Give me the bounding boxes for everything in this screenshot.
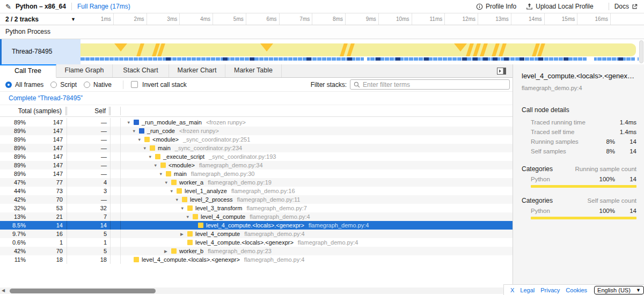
upload-profile-button[interactable]: Upload Local Profile — [526, 3, 593, 10]
scrollbar-thumb[interactable] — [10, 289, 156, 293]
expander-icon[interactable]: ▼ — [170, 187, 177, 195]
tab-bar-spacer — [282, 64, 490, 77]
table-row[interactable]: 89%147—▼main_sync_coordinator.py:234 — [0, 144, 513, 152]
sidebar-toggle-button[interactable] — [490, 64, 513, 77]
expander-icon[interactable]: ▼ — [175, 196, 182, 204]
cell-total-percent: 11% — [0, 255, 26, 264]
table-row[interactable]: 89%147—▼_run_module_as_main<frozen runpy… — [0, 118, 513, 127]
function-name: level_4_compute.<locals>.<genexpr> — [206, 222, 304, 228]
thread-track-label[interactable]: Thread-78495 — [0, 39, 80, 64]
cell-total-percent: 89% — [0, 144, 26, 152]
detail-value: 14 — [615, 148, 636, 154]
radio-option-native[interactable]: Native — [84, 81, 112, 88]
function-file: flamegraph_demo.py:23 — [208, 248, 272, 254]
column-header-self[interactable]: Self — [67, 107, 111, 115]
scroll-left-arrow-icon[interactable]: ◀ — [2, 287, 5, 294]
expander-icon[interactable]: ▼ — [180, 204, 187, 212]
tab-flame-graph[interactable]: Flame Graph — [56, 64, 113, 77]
cell-total-samples: 70 — [26, 247, 67, 255]
footer-link-cookies[interactable]: Cookies — [566, 287, 587, 293]
cell-function: ▼_execute_script_sync_coordinator.py:193 — [121, 152, 513, 161]
cell-self-samples: — — [67, 169, 111, 178]
expander-icon[interactable]: ▼ — [164, 179, 171, 187]
sample-strip-dark-segment — [519, 57, 524, 61]
category-name: Python — [522, 176, 590, 182]
horizontal-scrollbar[interactable]: ◀ — [0, 287, 503, 294]
function-file: <frozen runpy> — [206, 119, 246, 126]
filter-search-input[interactable] — [363, 81, 506, 88]
table-row[interactable]: 11%1818level_4_compute.<locals>.<genexpr… — [0, 255, 513, 264]
expander-icon[interactable]: ▼ — [186, 213, 193, 221]
tab-marker-chart[interactable]: Marker Chart — [169, 64, 225, 77]
expander-icon[interactable]: ▶ — [180, 230, 187, 238]
cell-spacer — [111, 195, 121, 204]
table-row[interactable]: 89%147—▼<module>flamegraph_demo.py:34 — [0, 161, 513, 169]
process-track-row[interactable]: Python Process — [0, 25, 644, 39]
table-row[interactable]: 47%774▼worker_aflamegraph_demo.py:19 — [0, 178, 513, 187]
cell-spacer — [111, 169, 121, 178]
cell-self-samples: 18 — [67, 255, 111, 264]
radio-option-script[interactable]: Script — [50, 81, 77, 88]
expander-icon[interactable]: ▶ — [164, 247, 171, 255]
footer-link-privacy[interactable]: Privacy — [540, 287, 560, 293]
table-row[interactable]: 44%733▼level_1_analyzeflamegraph_demo.py… — [0, 187, 513, 195]
activity-graph[interactable] — [80, 43, 636, 56]
cell-total-percent: 42% — [0, 195, 26, 204]
radio-label: Native — [93, 81, 112, 88]
table-row[interactable]: 89%147—▼_run_code<frozen runpy> — [0, 127, 513, 135]
ruler-tick: 15ms — [545, 13, 578, 25]
cell-total-samples: 73 — [26, 187, 67, 195]
table-row[interactable]: 89%147—▼mainflamegraph_demo.py:30 — [0, 169, 513, 178]
activity-mark — [114, 43, 127, 51]
table-row[interactable]: 89%147—▼_execute_script_sync_coordinator… — [0, 152, 513, 161]
sidebar-details: Traced running time1.4msTraced self time… — [522, 117, 636, 156]
edit-pencil-icon[interactable]: ✎ — [5, 3, 11, 11]
sample-strip-dark-segment — [396, 57, 400, 61]
profile-info-button[interactable]: Profile Info — [476, 3, 516, 10]
sample-strip-gap — [364, 57, 367, 61]
invert-call-stack-checkbox[interactable]: Invert call stack — [131, 81, 187, 88]
tracks-dropdown[interactable]: 2 / 2 tracks ▼ — [0, 13, 80, 25]
expander-icon[interactable]: ▼ — [148, 153, 155, 161]
cell-total-percent: 89% — [0, 161, 26, 169]
docs-link[interactable]: Docs — [614, 3, 638, 10]
expander-icon[interactable]: ▼ — [153, 161, 160, 169]
footer-links: XLegalPrivacyCookies — [510, 287, 587, 293]
table-row[interactable]: 8.5%1414level_4_compute.<locals>.<genexp… — [0, 221, 513, 230]
footer-link-legal[interactable]: Legal — [520, 287, 535, 293]
tab-stack-chart[interactable]: Stack Chart — [113, 64, 169, 77]
tab-call-tree[interactable]: Call Tree — [0, 64, 56, 78]
table-row[interactable]: 42%70—▼level_2_processflamegraph_demo.py… — [0, 195, 513, 204]
table-row[interactable]: 89%147—▼<module>_sync_coordinator.py:251 — [0, 135, 513, 144]
track-vertical-scrollbar[interactable] — [639, 40, 643, 63]
ruler-tick: 12ms — [445, 13, 478, 25]
cell-self-samples: 5 — [67, 247, 111, 255]
table-row[interactable]: 0.6%11level_4_compute.<locals>.<genexpr>… — [0, 238, 513, 247]
function-name: level_4_compute — [201, 213, 245, 220]
expander-icon[interactable]: ▼ — [127, 119, 134, 127]
expander-icon[interactable]: ▼ — [143, 144, 150, 152]
expander-icon[interactable]: ▼ — [132, 127, 139, 135]
radio-option-all-frames[interactable]: All frames — [5, 81, 43, 88]
expander-icon[interactable]: ▼ — [159, 170, 166, 178]
table-row[interactable]: 9.7%165▶level_4_computeflamegraph_demo.p… — [0, 230, 513, 238]
sample-strip[interactable] — [80, 57, 639, 61]
sample-strip-dark-segment — [424, 57, 429, 61]
table-row[interactable]: 42%705▶worker_bflamegraph_demo.py:23 — [0, 247, 513, 255]
tab-marker-table[interactable]: Marker Table — [225, 64, 282, 77]
sidebar-categories-header: CategoriesSelf sample count — [522, 197, 636, 204]
expander-icon[interactable]: ▼ — [137, 136, 144, 144]
cell-total-percent: 89% — [0, 118, 26, 127]
footer-link-x[interactable]: X — [510, 287, 514, 293]
cell-function: ▼mainflamegraph_demo.py:30 — [121, 169, 513, 178]
cell-total-samples: 53 — [26, 204, 67, 212]
column-header-total[interactable]: Total (samples) — [0, 107, 67, 115]
breadcrumb[interactable]: Complete “Thread-78495” — [9, 94, 83, 102]
activity-mark — [479, 43, 488, 56]
language-select[interactable]: English (US) ▼ — [594, 286, 644, 294]
function-file: <frozen runpy> — [179, 128, 219, 134]
table-row[interactable]: 13%217▼level_4_computeflamegraph_demo.py… — [0, 212, 513, 221]
full-range-link[interactable]: Full Range (17ms) — [77, 3, 130, 10]
cell-total-samples: 21 — [26, 212, 67, 221]
table-row[interactable]: 32%5332▼level_3_transformflamegraph_demo… — [0, 204, 513, 212]
